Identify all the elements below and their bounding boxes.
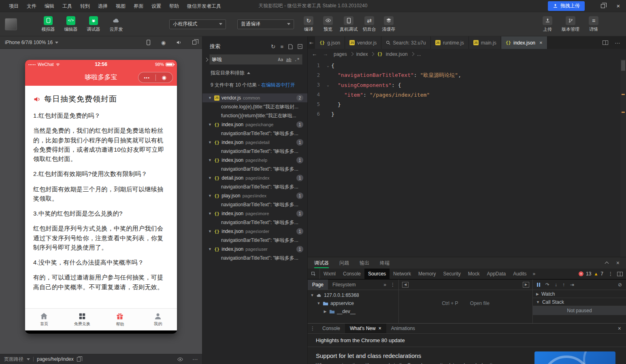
devtools-tab-appdata[interactable]: AppData bbox=[483, 269, 509, 279]
warning-count[interactable]: 7 bbox=[600, 271, 603, 277]
more-actions-icon[interactable]: ⋯ bbox=[615, 40, 620, 46]
inspect-element-icon[interactable] bbox=[308, 269, 320, 279]
search-match[interactable]: navigationBarTitleText": "哆啦多多... bbox=[202, 200, 307, 209]
rotate-device-button[interactable] bbox=[146, 40, 151, 45]
more-actions-icon[interactable]: ⋯ bbox=[192, 356, 198, 362]
step-into-icon[interactable]: ↓ bbox=[555, 282, 557, 288]
search-match[interactable]: navigationBarTitleText": "哆啦多多... bbox=[202, 147, 307, 156]
menu-item-goto[interactable]: 转到 bbox=[76, 0, 94, 12]
tab-output[interactable]: 输出 bbox=[360, 257, 369, 269]
open-in-editor-link[interactable]: 在编辑器中打开 bbox=[261, 82, 295, 88]
tab-free-redeem[interactable]: 免费兑换 bbox=[63, 309, 101, 330]
tab-problems[interactable]: 问题 bbox=[339, 257, 349, 269]
copy-path-icon[interactable] bbox=[77, 357, 81, 362]
detach-window-button[interactable] bbox=[192, 40, 196, 44]
close-tab-icon[interactable]: × bbox=[379, 326, 381, 331]
search-input[interactable] bbox=[212, 57, 275, 62]
open-in-editor-icon[interactable] bbox=[288, 44, 293, 49]
preview-button[interactable]: 预览 bbox=[319, 16, 337, 32]
tab-terminal[interactable]: 终端 bbox=[380, 257, 390, 269]
search-result-file[interactable]: ▼ {} index.json pages\order 1 bbox=[202, 227, 307, 236]
open-file-label[interactable]: Open file bbox=[470, 301, 490, 306]
devtools-tab-wxml[interactable]: Wxml bbox=[320, 269, 339, 279]
article-thumbnail[interactable] bbox=[534, 351, 615, 364]
cloud-dev-button[interactable]: 云开发 bbox=[106, 16, 126, 32]
tab-mine[interactable]: 我的 bbox=[139, 309, 177, 330]
tab-help[interactable]: 帮助 bbox=[101, 309, 139, 330]
tab-home[interactable]: 首页 bbox=[25, 309, 63, 330]
search-result-file[interactable]: ▼ {} index.json pages\change 1 bbox=[202, 120, 307, 129]
tree-item-folder[interactable]: ▼ appservice bbox=[308, 299, 398, 307]
page-path-label[interactable]: 页面路径 bbox=[4, 356, 23, 363]
next-file-icon[interactable]: ▶ bbox=[523, 282, 529, 288]
drag-upload-button[interactable]: 拖拽上传 bbox=[548, 1, 585, 11]
search-match[interactable]: navigationBarTitleText": "哆啦多多... bbox=[202, 236, 307, 245]
devtools-tab-security[interactable]: Security bbox=[439, 269, 464, 279]
navigator-tab-filesystem[interactable]: Filesystem bbox=[328, 279, 360, 290]
collapse-results-icon[interactable] bbox=[298, 44, 302, 49]
pause-script-icon[interactable] bbox=[537, 283, 540, 287]
close-panel-icon[interactable]: × bbox=[616, 260, 620, 266]
search-match[interactable]: console.log(e),{title:"我正在哆啦封... bbox=[202, 102, 307, 111]
editor-scrollbar[interactable] bbox=[620, 59, 626, 257]
step-icon[interactable]: ⇥ bbox=[570, 282, 574, 288]
devtools-tab-network[interactable]: Network bbox=[390, 269, 415, 279]
regex-toggle[interactable]: .* bbox=[294, 57, 300, 62]
code-area[interactable]: 1⌄ { 2 "navigationBarTitleText": "欧皇源码论坛… bbox=[308, 59, 626, 257]
menu-dots-icon[interactable]: ••• bbox=[138, 75, 155, 80]
drawer-tab-whats-new[interactable]: What's New × bbox=[345, 324, 386, 333]
callstack-section-header[interactable]: ▼ Call Stack bbox=[533, 298, 626, 306]
more-tabs-icon[interactable]: » bbox=[530, 269, 538, 279]
search-match[interactable]: navigationBarTitleText": "哆啦多多... bbox=[202, 254, 307, 262]
minimize-target-icon[interactable]: ◉ bbox=[156, 74, 173, 80]
drawer-tab-console[interactable]: Console bbox=[317, 324, 345, 333]
compile-mode-select[interactable]: 普通编译 bbox=[237, 19, 294, 29]
devtools-tab-audits[interactable]: Audits bbox=[509, 269, 530, 279]
devtools-tab-memory[interactable]: Memory bbox=[415, 269, 439, 279]
step-over-icon[interactable]: ↷ bbox=[545, 282, 549, 288]
whats-new-article[interactable]: Support for let and class redeclarations… bbox=[308, 347, 518, 364]
fold-icon[interactable]: ⌄ bbox=[325, 83, 331, 87]
toggle-debugger-button[interactable]: 调试器 bbox=[83, 16, 104, 32]
toggle-simulator-button[interactable]: 模拟器 bbox=[38, 16, 58, 32]
record-screen-button[interactable]: ◉ bbox=[161, 40, 166, 46]
dock-side-icon[interactable] bbox=[617, 272, 623, 276]
refresh-search-icon[interactable]: ↻ bbox=[271, 43, 276, 50]
search-match[interactable]: navigationBarTitleText": "哆啦多多... bbox=[202, 182, 307, 191]
whole-word-toggle[interactable]: ab bbox=[286, 57, 292, 62]
search-match[interactable]: function(){return{title:"我正在哆啦... bbox=[202, 111, 307, 120]
devtools-tab-sources[interactable]: Sources bbox=[364, 269, 390, 279]
collapse-sidebar-icon[interactable]: ⇤ bbox=[308, 36, 315, 49]
collapse-panel-icon[interactable] bbox=[605, 262, 609, 266]
kebab-menu-icon[interactable]: ⋮ bbox=[308, 324, 317, 333]
compile-button[interactable]: ↻ 编译 bbox=[300, 16, 317, 32]
menu-item-project[interactable]: 项目 bbox=[5, 0, 23, 12]
tree-item-folder[interactable]: ▶ __dev__ bbox=[308, 307, 398, 315]
kebab-menu-icon[interactable]: ⋮ bbox=[608, 271, 613, 277]
menu-item-tools[interactable]: 工具 bbox=[58, 0, 76, 12]
version-control-button[interactable]: 版本管理 bbox=[560, 16, 581, 32]
clear-search-icon[interactable]: ≡ bbox=[280, 44, 283, 50]
search-result-file[interactable]: ▼ {} index.json pages\user 1 bbox=[202, 245, 307, 254]
search-result-file[interactable]: ▼ {} index.json pages\more 1 bbox=[202, 209, 307, 218]
search-match[interactable]: navigationBarTitleText": "哆啦多多... bbox=[202, 129, 307, 138]
search-match[interactable]: navigationBarTitleText": "哆啦多多... bbox=[202, 218, 307, 227]
project-avatar[interactable] bbox=[5, 18, 17, 30]
tab-debugger[interactable]: 调试器 bbox=[314, 257, 329, 269]
forward-icon[interactable]: → bbox=[323, 51, 328, 57]
capsule-menu[interactable]: ••• ◉ bbox=[138, 72, 173, 83]
upload-button[interactable]: 上传 bbox=[539, 16, 556, 32]
clear-cache-button[interactable]: 清缓存 bbox=[380, 16, 398, 32]
breadcrumb-item[interactable]: index bbox=[356, 51, 368, 57]
scrollbar-thumb[interactable] bbox=[621, 60, 625, 71]
split-editor-icon[interactable] bbox=[603, 40, 608, 45]
devtools-tab-console[interactable]: Console bbox=[339, 269, 364, 279]
menu-item-file[interactable]: 文件 bbox=[23, 0, 40, 12]
menu-item-settings[interactable]: 设置 bbox=[147, 0, 165, 12]
editor-tab[interactable]: JS main.js bbox=[469, 36, 501, 49]
close-tab-icon[interactable]: × bbox=[539, 40, 543, 46]
close-drawer-icon[interactable]: × bbox=[618, 324, 626, 333]
breadcrumb-item[interactable]: index.json bbox=[386, 51, 408, 57]
menu-item-help[interactable]: 帮助 bbox=[165, 0, 183, 12]
toggle-replace-icon[interactable] bbox=[204, 57, 209, 61]
